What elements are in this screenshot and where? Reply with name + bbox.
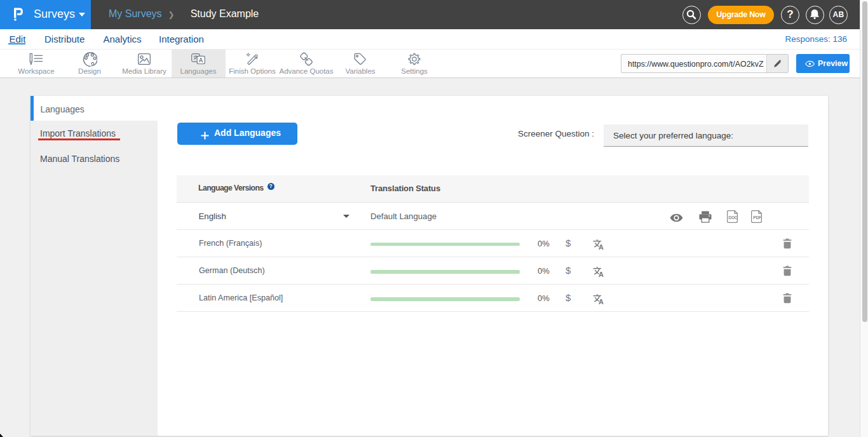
svg-text:A: A — [599, 243, 604, 250]
svg-text:A: A — [599, 271, 604, 278]
svg-text:DOC: DOC — [729, 215, 738, 219]
svg-text:A: A — [599, 298, 604, 305]
svg-text:PDF: PDF — [753, 215, 761, 219]
